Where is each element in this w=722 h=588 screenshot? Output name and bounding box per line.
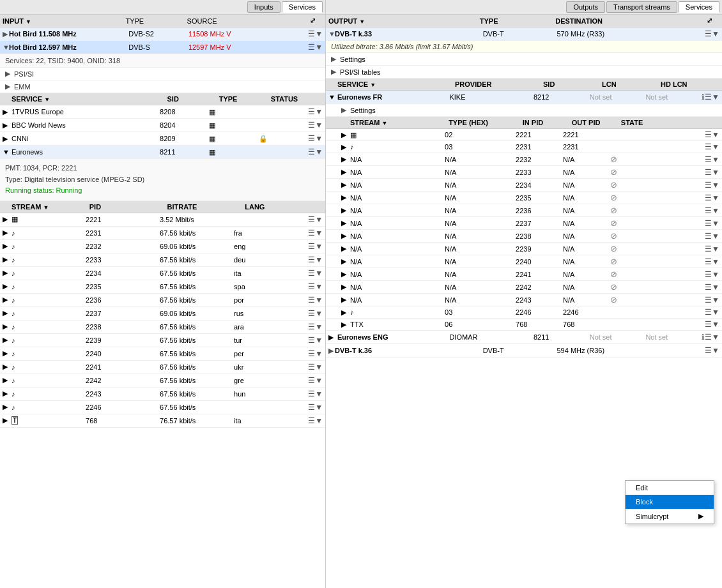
rsr11-menu[interactable]: ☰▼ [705, 270, 719, 279]
hb1-menu-icon[interactable]: ☰▼ [308, 29, 323, 38]
dvbt33-expand[interactable]: ▼ [328, 30, 335, 38]
r-stream-row-15[interactable]: ▶ TTX 06 768 768 ☰▼ [326, 319, 722, 331]
dvbt36-menu[interactable]: ☰▼ [705, 346, 719, 355]
sr1-expand[interactable]: ▶ [3, 229, 12, 237]
input-row-hb1[interactable]: ▶ Hot Bird 11.508 MHz DVB-S2 11508 MHz V… [0, 27, 325, 41]
input-sort-icon[interactable]: ▼ [26, 19, 31, 25]
rsr11-expand[interactable]: ▶ [341, 270, 350, 278]
ctx-simulcrypt[interactable]: Simulcrypt ▶ [626, 509, 714, 524]
maximize-icon-right[interactable]: ⤢ [707, 17, 719, 25]
ctx-edit[interactable]: Edit [626, 481, 714, 495]
stream-row-8[interactable]: ▶ ♪ 2238 67.56 kbit/s ara ☰▼ [0, 320, 325, 334]
sr11-expand[interactable]: ▶ [3, 363, 12, 371]
r-stream-row-8[interactable]: ▶ N/A N/A 2238 N/A ⊘ ☰▼ [326, 230, 722, 243]
psi-tables-row[interactable]: ▶ PSI/SI tables [326, 66, 722, 79]
svc2-menu[interactable]: ☰▼ [308, 121, 323, 130]
svc4-expand[interactable]: ▼ [3, 148, 12, 156]
r-stream-row-11[interactable]: ▶ N/A N/A 2241 N/A ⊘ ☰▼ [326, 268, 722, 281]
r-stream-row-7[interactable]: ▶ N/A N/A 2237 N/A ⊘ ☰▼ [326, 217, 722, 230]
svc1-expand[interactable]: ▶ [3, 108, 12, 116]
rsr7-menu[interactable]: ☰▼ [705, 219, 719, 228]
sr14-expand[interactable]: ▶ [3, 403, 12, 411]
svc2-expand[interactable]: ▶ [3, 121, 12, 130]
sr1-menu[interactable]: ☰▼ [308, 229, 323, 237]
rsr9-menu[interactable]: ☰▼ [705, 245, 719, 253]
left-scroll-area[interactable]: ▶ Hot Bird 11.508 MHz DVB-S2 11508 MHz V… [0, 27, 325, 588]
rsr14-expand[interactable]: ▶ [341, 308, 350, 317]
psi-tables-expand[interactable]: ▶ [331, 68, 337, 76]
sr4-expand[interactable]: ▶ [3, 269, 12, 277]
sr7-menu[interactable]: ☰▼ [308, 309, 323, 318]
stream-row-14[interactable]: ▶ ♪ 2246 67.56 kbit/s ☰▼ [0, 401, 325, 414]
inner-settings-expand[interactable]: ▶ [341, 106, 348, 114]
sr0-menu[interactable]: ☰▼ [308, 215, 323, 224]
hb2-expand[interactable]: ▼ [3, 43, 9, 51]
r-stream-sort[interactable]: ▼ [382, 120, 388, 126]
svc3-menu[interactable]: ☰▼ [308, 134, 323, 143]
r-stream-row-2[interactable]: ▶ N/A N/A 2232 N/A ⊘ ☰▼ [326, 153, 722, 166]
rsr10-expand[interactable]: ▶ [341, 257, 350, 266]
sr9-expand[interactable]: ▶ [3, 336, 12, 344]
euronews-eng-row[interactable]: ▶ Euronews ENG DIOMAR 8211 Not set Not s… [326, 331, 722, 344]
tab-services-left[interactable]: Services [282, 1, 323, 13]
enfr-expand[interactable]: ▼ [328, 93, 337, 101]
rsr15-expand[interactable]: ▶ [341, 320, 350, 329]
settings-expand[interactable]: ▶ [331, 55, 337, 63]
rsr14-menu[interactable]: ☰▼ [705, 308, 719, 317]
sr10-expand[interactable]: ▶ [3, 349, 12, 358]
r-stream-row-12[interactable]: ▶ N/A N/A 2242 N/A ⊘ ☰▼ [326, 281, 722, 294]
svc3-expand[interactable]: ▶ [3, 135, 12, 143]
rsr2-expand[interactable]: ▶ [341, 155, 350, 163]
stream-row-4[interactable]: ▶ ♪ 2234 67.56 kbit/s ita ☰▼ [0, 267, 325, 280]
sr14-menu[interactable]: ☰▼ [308, 403, 323, 412]
r-stream-row-0[interactable]: ▶ ▦ 02 2221 2221 ☰▼ [326, 129, 722, 141]
sr15-expand[interactable]: ▶ [3, 416, 12, 425]
rsr13-menu[interactable]: ☰▼ [705, 296, 719, 305]
r-stream-row-13[interactable]: ▶ N/A N/A 2243 N/A ⊘ ☰▼ [326, 294, 722, 306]
sr0-expand[interactable]: ▶ [3, 215, 12, 223]
rsr1-expand[interactable]: ▶ [341, 143, 350, 151]
svc-row-1tvrus[interactable]: ▶ 1TVRUS Europe 8208 ▦ ☰▼ [0, 105, 325, 119]
output-sort-icon[interactable]: ▼ [359, 19, 365, 25]
r-stream-row-5[interactable]: ▶ N/A N/A 2235 N/A ⊘ ☰▼ [326, 192, 722, 204]
rsr0-menu[interactable]: ☰▼ [705, 130, 719, 139]
svc1-menu[interactable]: ☰▼ [308, 107, 323, 116]
rsr8-expand[interactable]: ▶ [341, 232, 350, 240]
sr10-menu[interactable]: ☰▼ [308, 349, 323, 358]
sr13-menu[interactable]: ☰▼ [308, 389, 323, 398]
sr3-menu[interactable]: ☰▼ [308, 255, 323, 264]
sr8-expand[interactable]: ▶ [3, 322, 12, 331]
sr13-expand[interactable]: ▶ [3, 389, 12, 398]
stream-row-7[interactable]: ▶ ♪ 2237 69.06 kbit/s rus ☰▼ [0, 307, 325, 320]
input-row-hb2[interactable]: ▼ Hot Bird 12.597 MHz DVB-S 12597 MHz V … [0, 41, 325, 54]
r-stream-row-6[interactable]: ▶ N/A N/A 2236 N/A ⊘ ☰▼ [326, 204, 722, 217]
stream-row-10[interactable]: ▶ ♪ 2240 67.56 kbit/s per ☰▼ [0, 347, 325, 361]
tab-outputs[interactable]: Outputs [566, 1, 605, 13]
rsr5-menu[interactable]: ☰▼ [705, 193, 719, 202]
eneng-menu[interactable]: ☰▼ [705, 333, 719, 342]
stream-row-0[interactable]: ▶ ▦ 2221 3.52 Mbit/s ☰▼ [0, 213, 325, 227]
rsr10-menu[interactable]: ☰▼ [705, 257, 719, 266]
service-sort-icon[interactable]: ▼ [44, 96, 50, 103]
tab-transport-streams[interactable]: Transport streams [606, 1, 677, 13]
stream-row-11[interactable]: ▶ ♪ 2241 67.56 kbit/s ukr ☰▼ [0, 361, 325, 374]
stream-row-15[interactable]: ▶ T 768 76.57 kbit/s ita ☰▼ [0, 414, 325, 428]
sr7-expand[interactable]: ▶ [3, 309, 12, 317]
tab-inputs[interactable]: Inputs [247, 1, 280, 13]
svc-row-cnni[interactable]: ▶ CNNi 8209 ▦ 🔒 ☰▼ [0, 132, 325, 146]
emm-expand[interactable]: ▶ [5, 82, 12, 91]
stream-sort-icon[interactable]: ▼ [43, 204, 49, 211]
sr11-menu[interactable]: ☰▼ [308, 363, 323, 372]
stream-row-13[interactable]: ▶ ♪ 2243 67.56 kbit/s hun ☰▼ [0, 388, 325, 401]
r-stream-row-3[interactable]: ▶ N/A N/A 2233 N/A ⊘ ☰▼ [326, 166, 722, 179]
hb2-menu-icon[interactable]: ☰▼ [308, 43, 323, 52]
stream-row-1[interactable]: ▶ ♪ 2231 67.56 kbit/s fra ☰▼ [0, 227, 325, 240]
sr2-expand[interactable]: ▶ [3, 242, 12, 250]
sr15-menu[interactable]: ☰▼ [308, 416, 323, 425]
rsr0-expand[interactable]: ▶ [341, 131, 350, 139]
rsr2-menu[interactable]: ☰▼ [705, 155, 719, 164]
rsr3-menu[interactable]: ☰▼ [705, 168, 719, 177]
inner-settings-row[interactable]: ▶ Settings [326, 104, 722, 117]
svc-row-euronews[interactable]: ▼ Euronews 8211 ▦ ☰▼ [0, 146, 325, 159]
r-stream-row-4[interactable]: ▶ N/A N/A 2234 N/A ⊘ ☰▼ [326, 179, 722, 192]
